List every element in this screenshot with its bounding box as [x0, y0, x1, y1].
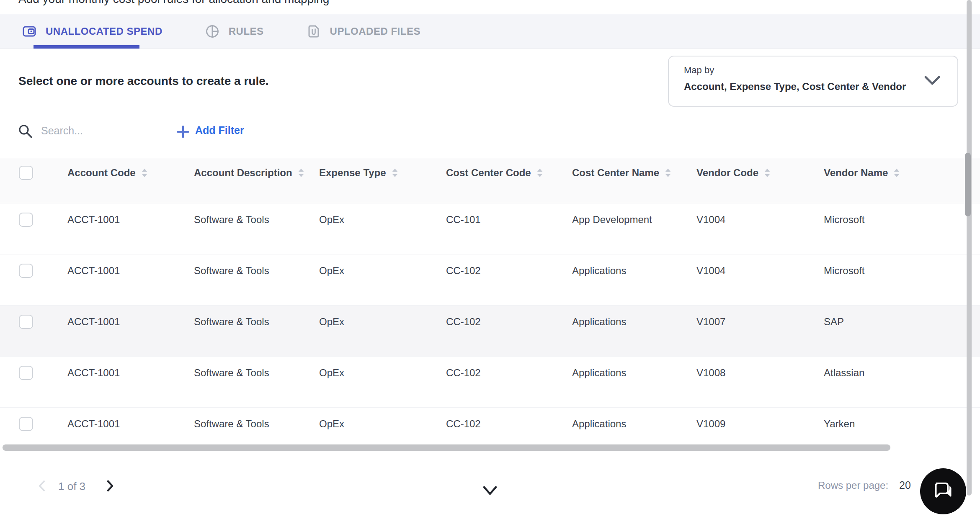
rows-per-page-label: Rows per page:	[818, 480, 888, 491]
map-by-label: Map by	[684, 65, 714, 76]
chevron-right-icon[interactable]	[106, 480, 114, 494]
chevron-left-icon[interactable]	[38, 480, 46, 494]
row-checkbox[interactable]	[19, 315, 33, 329]
accounts-table: Account Code Account Description Expense…	[0, 158, 980, 459]
chat-icon	[931, 479, 955, 504]
active-tab-indicator	[34, 45, 139, 49]
scroll-down-chevron-icon[interactable]	[482, 485, 498, 498]
column-header[interactable]: Vendor Code	[696, 167, 824, 179]
select-all-checkbox[interactable]	[19, 166, 33, 180]
table-header-row: Account Code Account Description Expense…	[0, 158, 980, 203]
map-by-select[interactable]: Map by Account, Expense Type, Cost Cente…	[668, 56, 958, 107]
sort-icon[interactable]	[664, 168, 672, 178]
tab-uploaded-files[interactable]: UPLOADED FILES	[307, 24, 420, 39]
search-icon	[18, 123, 34, 141]
chat-fab-button[interactable]	[920, 468, 966, 514]
column-header[interactable]: Vendor Name	[824, 167, 980, 179]
sort-icon[interactable]	[297, 168, 305, 178]
sort-icon[interactable]	[536, 168, 544, 178]
wallet-icon	[22, 24, 36, 39]
chevron-down-icon	[924, 75, 941, 87]
table-row[interactable]: ACCT-1001 Software & Tools OpEx CC-101 A…	[0, 203, 980, 254]
row-checkbox[interactable]	[19, 417, 33, 431]
tab-label: UPLOADED FILES	[330, 26, 420, 37]
page-subtitle: Add your monthly cost pool rules for all…	[18, 0, 329, 6]
plus-icon	[176, 125, 190, 140]
table-row[interactable]: ACCT-1001 Software & Tools OpEx CC-102 A…	[0, 357, 980, 408]
tab-unallocated-spend[interactable]: UNALLOCATED SPEND	[22, 24, 162, 39]
row-checkbox[interactable]	[19, 213, 33, 227]
horizontal-scrollbar[interactable]	[3, 444, 890, 451]
tab-rules[interactable]: RULES	[205, 24, 264, 39]
column-header[interactable]: Cost Center Name	[572, 167, 696, 179]
page-title: Select one or more accounts to create a …	[18, 74, 269, 88]
pie-chart-icon	[205, 24, 219, 39]
table-row-highlighted[interactable]: ACCT-1001 Software & Tools OpEx CC-102 A…	[0, 306, 980, 357]
tab-bar: UNALLOCATED SPEND RULES UPLOADED FILES	[0, 14, 980, 49]
add-filter-button[interactable]: Add Filter	[195, 124, 244, 136]
table-row[interactable]: ACCT-1001 Software & Tools OpEx CC-102 A…	[0, 254, 980, 306]
sort-icon[interactable]	[391, 168, 399, 178]
column-header[interactable]: Account Description	[194, 167, 319, 179]
file-clip-icon	[307, 24, 321, 39]
column-header[interactable]: Cost Center Code	[446, 167, 572, 179]
map-by-value: Account, Expense Type, Cost Center & Ven…	[684, 81, 906, 92]
column-header[interactable]: Expense Type	[319, 167, 446, 179]
table-vertical-scrollbar[interactable]	[965, 153, 971, 216]
search-input[interactable]	[41, 123, 150, 138]
tab-label: RULES	[229, 26, 264, 37]
sort-icon[interactable]	[141, 168, 148, 178]
column-header[interactable]: Account Code	[67, 167, 194, 179]
sort-icon[interactable]	[893, 168, 900, 178]
sort-icon[interactable]	[763, 168, 771, 178]
table-row[interactable]: ACCT-1001 Software & Tools OpEx CC-102 A…	[0, 408, 980, 459]
row-checkbox[interactable]	[19, 366, 33, 380]
page-indicator: 1 of 3	[58, 480, 85, 493]
page-vertical-scrollbar[interactable]	[967, 0, 972, 496]
row-checkbox[interactable]	[19, 264, 33, 278]
rows-per-page-value[interactable]: 20	[899, 479, 911, 491]
tab-label: UNALLOCATED SPEND	[46, 26, 162, 37]
